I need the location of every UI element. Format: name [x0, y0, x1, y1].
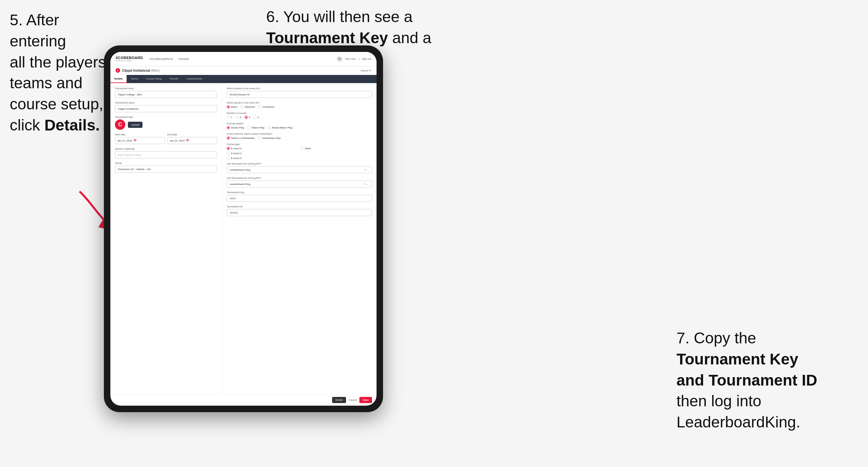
teams-teams[interactable]: Teams (+Individuals) — [226, 136, 255, 139]
api1-input[interactable]: Leaderboard King ✕ ⌄ — [226, 166, 372, 173]
format-other-row: Format type 5 count 4 6 count 4 — [226, 143, 372, 162]
tournament-key-group: Tournament Key b4fb7 — [226, 191, 372, 202]
left-column: Tournament Host Clippd College - Men ⌄ T… — [111, 83, 222, 394]
rounds-label: Number of rounds — [226, 112, 372, 115]
division-group: Which division is the event for? NCAA Di… — [226, 87, 372, 98]
gender-group: Which gender is the event for? Mens Wome… — [226, 101, 372, 108]
rounds-4-radio[interactable] — [253, 116, 257, 119]
tournament-name-label: Tournament name — [115, 101, 217, 104]
tab-course-setup[interactable]: Course Setup — [142, 75, 166, 83]
tournament-title: C Clippd Invitational (Men) — [116, 68, 160, 73]
scoring-match[interactable]: Match Play — [247, 126, 265, 129]
nav-links: TOURNAMENTS TEAMS — [149, 57, 330, 61]
division-input[interactable]: NCAA Division III ⌄ — [226, 91, 372, 98]
rounds-radio-group: 1 2 3 4 — [226, 116, 372, 119]
save-button[interactable]: Save — [359, 397, 372, 403]
logo-row: C Upload — [115, 119, 217, 130]
venue-dropdown-arrow: ⌄ — [212, 168, 214, 170]
api1-label: Use third-party live scoring API? — [226, 162, 372, 165]
sponsor-label: Sponsor (optional) — [115, 147, 217, 150]
api2-clear-button[interactable]: ✕ ⌄ — [364, 183, 369, 186]
main-content: Tournament Host Clippd College - Men ⌄ T… — [111, 83, 376, 394]
format-options: 5 count 4 6 count 4 6 count 5 — [226, 147, 297, 160]
rounds-2[interactable]: 2 — [236, 116, 241, 119]
tab-details[interactable]: Details — [111, 75, 127, 83]
end-date-icon: 📅 — [186, 139, 189, 142]
teams-individuals[interactable]: Individuals Only — [258, 136, 280, 139]
venue-input[interactable]: Peachtree GC - Atlanta - GA ⌄ — [115, 165, 217, 173]
format-5count4[interactable]: 5 count 4 — [226, 147, 297, 150]
tournament-id-value: 302051 — [226, 209, 372, 216]
annotation-bottom-right: 7. Copy the Tournament Key and Tournamen… — [677, 328, 862, 433]
tournament-logo-label: Tournament logo — [115, 116, 217, 119]
api2-input[interactable]: Leaderboard King ✕ ⌄ — [226, 181, 372, 188]
api1-group: Use third-party live scoring API? Leader… — [226, 162, 372, 173]
tournament-name: Clippd Invitational (Men) — [122, 69, 160, 72]
end-date-label: End date — [167, 133, 217, 136]
gender-mens[interactable]: Mens — [226, 105, 237, 108]
gender-combined-radio[interactable] — [258, 105, 261, 108]
format-other-radio[interactable] — [300, 147, 304, 150]
other-label — [300, 143, 370, 146]
gender-combined[interactable]: Combined — [258, 105, 274, 108]
header-right: TU Test User | Sign out — [337, 56, 371, 62]
scoring-stroke-radio[interactable] — [226, 126, 230, 129]
teams-group: Is this event for Teams and/or Individua… — [226, 132, 372, 139]
logo-sub-text: Powered by clippd — [116, 60, 143, 62]
date-row: Start date Jan 21, 2024 📅 End date Jan 2… — [115, 133, 217, 144]
tournament-id-label: Tournament ID — [226, 205, 372, 208]
sponsor-input[interactable]: Enter sponsor name — [115, 151, 217, 158]
scoreboard-logo: SCOREBOARD Powered by clippd — [116, 56, 143, 62]
rounds-1[interactable]: 1 — [226, 116, 232, 119]
footer-cancel-button[interactable]: Cancel — [349, 399, 357, 401]
gender-womens-radio[interactable] — [241, 105, 244, 108]
rounds-3-radio[interactable] — [244, 116, 248, 119]
format-other[interactable]: Other — [300, 147, 370, 150]
format-6count4[interactable]: 6 count 4 — [226, 152, 297, 155]
cancel-button[interactable]: Cancel ✕ — [360, 69, 371, 72]
rounds-3[interactable]: 3 — [244, 116, 250, 119]
teams-radio-group: Teams (+Individuals) Individuals Only — [226, 136, 372, 139]
format-6count5-radio[interactable] — [226, 156, 230, 160]
gender-womens[interactable]: Womens — [241, 105, 255, 108]
api2-group: Use third-party live scoring API? Leader… — [226, 177, 372, 188]
format-6count5[interactable]: 6 count 5 — [226, 156, 297, 160]
format-5count4-radio[interactable] — [226, 147, 230, 150]
scoring-medal-match-radio[interactable] — [268, 126, 271, 129]
upload-button[interactable]: Upload — [128, 122, 143, 128]
footer: Delete Cancel Save — [111, 394, 376, 406]
end-date-input[interactable]: Jan 23, 2024 📅 — [167, 137, 217, 144]
gender-label: Which gender is the event for? — [226, 101, 372, 104]
teams-individuals-radio[interactable] — [258, 136, 261, 139]
tournament-c-logo: C — [116, 68, 120, 73]
gender-mens-radio[interactable] — [226, 105, 230, 108]
scoring-match-radio[interactable] — [247, 126, 251, 129]
scoring-label: Scoring system — [226, 122, 372, 125]
api1-clear-button[interactable]: ✕ ⌄ — [364, 168, 369, 172]
tab-teams[interactable]: Teams — [127, 75, 142, 83]
tab-leaderboards[interactable]: Leaderboards — [182, 75, 206, 83]
nav-teams[interactable]: TEAMS — [178, 57, 189, 61]
tabs-bar: Details Teams Course Setup Results Leade… — [111, 75, 376, 83]
host-dropdown-arrow: ⌄ — [212, 93, 214, 96]
teams-teams-radio[interactable] — [226, 136, 230, 139]
gender-radio-group: Mens Womens Combined — [226, 105, 372, 108]
scoring-medal-match[interactable]: Medal Match Play — [268, 126, 293, 129]
scoring-stroke[interactable]: Stroke Play — [226, 126, 244, 129]
tournament-host-input[interactable]: Clippd College - Men ⌄ — [115, 91, 217, 98]
scoring-radio-group: Stroke Play Match Play Medal Match Play — [226, 126, 372, 129]
start-date-input[interactable]: Jan 21, 2024 📅 — [115, 137, 165, 144]
format-6count4-radio[interactable] — [226, 152, 230, 155]
sponsor-group: Sponsor (optional) Enter sponsor name — [115, 147, 217, 158]
rounds-1-radio[interactable] — [226, 116, 230, 119]
tab-results[interactable]: Results — [166, 75, 182, 83]
delete-button[interactable]: Delete — [332, 397, 346, 403]
tournament-name-input[interactable]: Clippd Invitational — [115, 105, 217, 112]
rounds-2-radio[interactable] — [236, 116, 239, 119]
start-date-group: Start date Jan 21, 2024 📅 — [115, 133, 165, 144]
sign-out-link[interactable]: Sign out — [362, 57, 371, 60]
end-date-group: End date Jan 23, 2024 📅 — [167, 133, 217, 144]
nav-tournaments[interactable]: TOURNAMENTS — [149, 57, 173, 61]
rounds-4[interactable]: 4 — [253, 116, 259, 119]
user-name: Test User — [345, 57, 356, 60]
